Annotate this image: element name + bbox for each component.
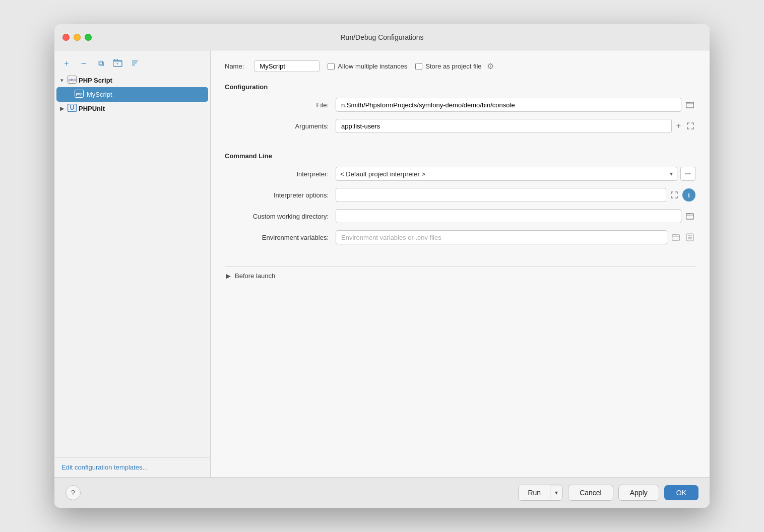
chevron-right-icon: ▶: [58, 105, 66, 112]
custom-working-dir-input[interactable]: [336, 209, 681, 223]
folder-open-icon: [686, 101, 694, 109]
bottom-bar: ? Run ▾ Cancel Apply OK: [54, 477, 710, 508]
help-button[interactable]: ?: [66, 485, 81, 500]
run-button[interactable]: Run: [519, 485, 550, 500]
arguments-label: Arguments:: [225, 122, 336, 130]
arguments-input-wrap: +: [336, 119, 695, 133]
dialog-title: Run/Debug Configurations: [341, 33, 424, 41]
name-input[interactable]: [254, 60, 320, 72]
run-dropdown-button[interactable]: ▾: [550, 486, 562, 500]
minus-icon: −: [81, 59, 87, 68]
custom-working-dir-wrap: [336, 209, 695, 223]
expand-icon: [671, 191, 678, 198]
env-vars-placeholder: Environment variables or .env files: [341, 234, 441, 241]
expand-options-button[interactable]: [669, 190, 679, 200]
svg-text:U: U: [70, 104, 75, 111]
ok-button[interactable]: OK: [664, 485, 698, 500]
list-icon: [686, 233, 694, 241]
question-mark-icon: ?: [71, 489, 75, 497]
store-as-project-file-checkbox[interactable]: [415, 63, 422, 70]
command-line-section-header: Command Line: [225, 152, 695, 160]
file-input[interactable]: [336, 98, 681, 112]
remove-config-button[interactable]: −: [77, 57, 91, 70]
cancel-button[interactable]: Cancel: [568, 485, 613, 501]
chevron-down-icon: ▾: [555, 489, 558, 496]
before-launch-label: Before launch: [235, 272, 275, 280]
sort-icon: [131, 59, 139, 69]
allow-multiple-instances-group: Allow multiple instances: [328, 62, 407, 70]
svg-rect-12: [686, 214, 694, 219]
tree-group-phpunit[interactable]: ▶ U PHPUnit: [54, 102, 210, 115]
php-script-group-label: PHP Script: [79, 77, 112, 84]
chevron-down-icon: ▾: [670, 170, 673, 177]
phpunit-group-icon: U: [68, 104, 77, 113]
configuration-section-header: Configuration: [225, 83, 695, 91]
chevron-right-icon: ▶: [225, 272, 232, 280]
dialog: Run/Debug Configurations + − ⧉: [54, 24, 710, 508]
store-as-project-file-label: Store as project file: [425, 62, 481, 70]
file-browse-button[interactable]: [684, 100, 695, 110]
maximize-button[interactable]: [85, 34, 92, 41]
title-bar: Run/Debug Configurations: [54, 24, 710, 50]
store-as-project-file-group: Store as project file ⚙: [415, 61, 493, 71]
arguments-input[interactable]: [336, 119, 672, 133]
myscript-label: MyScript: [87, 91, 112, 98]
plus-icon: +: [64, 59, 69, 68]
plus-icon: +: [676, 121, 681, 130]
interpreter-more-button[interactable]: ···: [680, 167, 695, 181]
allow-multiple-instances-label: Allow multiple instances: [338, 62, 407, 70]
expand-arguments-button[interactable]: [685, 121, 695, 130]
add-argument-button[interactable]: +: [675, 120, 682, 131]
custom-working-dir-field: Custom working directory:: [225, 209, 695, 223]
sidebar-toolbar: + − ⧉ +: [54, 54, 210, 74]
tree-group-php-script[interactable]: ▾ php PHP Script: [54, 74, 210, 87]
folder-env-icon: [672, 233, 680, 241]
right-panel: Name: Allow multiple instances Store as …: [211, 50, 710, 477]
env-vars-input[interactable]: Environment variables or .env files: [336, 230, 667, 244]
copy-config-button[interactable]: ⧉: [94, 57, 108, 70]
before-launch-section: ▶ Before launch: [225, 261, 695, 284]
edit-templates-link[interactable]: Edit configuration templates...: [61, 463, 148, 471]
info-button[interactable]: i: [682, 188, 695, 202]
file-field: File:: [225, 98, 695, 112]
env-vars-field: Environment variables: Environment varia…: [225, 230, 695, 244]
svg-rect-13: [672, 235, 680, 240]
php-script-group-icon: php: [68, 76, 77, 85]
interpreter-options-input[interactable]: [336, 188, 666, 202]
minimize-button[interactable]: [74, 34, 81, 41]
custom-working-dir-label: Custom working directory:: [225, 213, 336, 220]
env-browse-button[interactable]: [670, 232, 681, 242]
window-controls: [62, 34, 92, 41]
svg-text:+: +: [116, 61, 118, 66]
svg-text:php: php: [76, 92, 83, 96]
file-input-wrap: [336, 98, 695, 112]
close-button[interactable]: [62, 34, 70, 41]
apply-button[interactable]: Apply: [618, 485, 659, 501]
interpreter-field: Interpreter: < Default project interpret…: [225, 167, 695, 181]
before-launch-header[interactable]: ▶ Before launch: [225, 267, 695, 284]
browse-dir-button[interactable]: [684, 211, 695, 221]
sort-button[interactable]: [128, 57, 142, 70]
interpreter-dropdown[interactable]: < Default project interpreter > ▾: [336, 167, 677, 181]
env-vars-label: Environment variables:: [225, 234, 336, 241]
tree-item-myscript[interactable]: php MyScript: [56, 87, 208, 102]
arguments-field: Arguments: +: [225, 119, 695, 133]
env-list-button[interactable]: [684, 232, 695, 242]
sidebar: + − ⧉ +: [54, 50, 211, 477]
interpreter-label: Interpreter:: [225, 170, 336, 178]
header-row: Name: Allow multiple instances Store as …: [225, 60, 695, 72]
add-config-button[interactable]: +: [59, 57, 74, 70]
new-folder-button[interactable]: +: [111, 57, 125, 70]
expand-icon: [687, 122, 694, 129]
interpreter-options-label: Interpreter options:: [225, 191, 336, 199]
svg-rect-11: [686, 102, 694, 108]
gear-icon[interactable]: ⚙: [487, 61, 494, 71]
phpunit-group-label: PHPUnit: [79, 105, 105, 112]
interpreter-options-wrap: i: [336, 188, 695, 202]
run-button-group: Run ▾: [518, 485, 563, 501]
myscript-icon: php: [75, 90, 84, 99]
svg-text:php: php: [69, 78, 76, 82]
main-content: + − ⧉ +: [54, 50, 710, 477]
allow-multiple-instances-checkbox[interactable]: [328, 63, 335, 70]
interpreter-input-wrap: < Default project interpreter > ▾ ···: [336, 167, 695, 181]
